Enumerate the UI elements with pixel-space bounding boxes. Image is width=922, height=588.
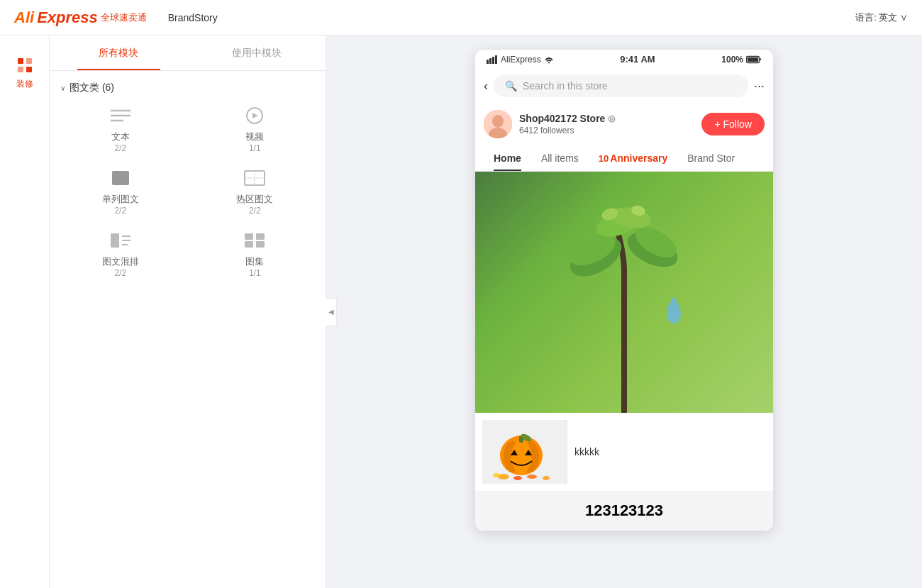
decor-icon — [15, 55, 35, 75]
header: AliExpress 全球速卖通 BrandStory 语言: 英文 ∨ — [0, 0, 922, 35]
nav-tab-anniversary[interactable]: 10Anniversary — [589, 145, 677, 171]
store-header: Shop402172 Store ◎ 6412 followers + Foll… — [475, 103, 773, 145]
logo-express: Express — [37, 9, 98, 27]
language-selector[interactable]: 语言: 英文 ∨ — [855, 11, 908, 24]
svg-rect-0 — [18, 58, 23, 64]
hero-image — [475, 172, 773, 413]
svg-rect-24 — [495, 55, 497, 64]
bottom-number: 123123123 — [475, 491, 773, 531]
category-title: 图文类 (6) — [70, 82, 114, 94]
text-icon — [106, 105, 135, 126]
module-single-col-count: 2/2 — [114, 206, 126, 216]
store-info: Shop402172 Store ◎ 6412 followers — [519, 113, 694, 135]
nav-tab-home[interactable]: Home — [484, 145, 531, 171]
header-brand: BrandStory — [168, 12, 218, 23]
module-single-col[interactable]: 单列图文 2/2 — [60, 167, 181, 216]
pumpkin-image — [482, 420, 567, 484]
preview-area: AliExpress 9:41 AM 100% — [326, 35, 922, 588]
module-hotzone-count: 2/2 — [249, 206, 261, 216]
sidebar-item-decor[interactable]: 装修 — [9, 50, 40, 96]
avatar-image — [484, 110, 512, 138]
svg-marker-8 — [252, 113, 258, 118]
svg-rect-22 — [489, 58, 491, 64]
svg-rect-3 — [26, 67, 32, 72]
svg-rect-19 — [245, 241, 253, 248]
status-battery: 100% — [721, 55, 762, 65]
store-nav: Home All items 10Anniversary Brand Stor — [475, 145, 773, 172]
search-back-button[interactable]: ‹ — [484, 79, 488, 94]
svg-point-42 — [493, 473, 500, 477]
bottom-content: kkkkk — [475, 413, 773, 491]
module-hotzone[interactable]: 热区图文 2/2 — [195, 167, 316, 216]
phone-search-bar: ‹ 🔍 Search in this store ··· — [475, 69, 773, 103]
store-followers: 6412 followers — [519, 126, 694, 135]
panel-content: ∨ 图文类 (6) 文本 2/2 — [50, 71, 326, 588]
main-layout: 装修 所有模块 使用中模块 ∨ 图文类 (6) — [0, 35, 922, 588]
sidebar-label: 装修 — [16, 78, 33, 90]
tab-active-modules[interactable]: 使用中模块 — [188, 35, 326, 70]
sidebar: 装修 — [0, 35, 50, 588]
store-avatar — [484, 110, 512, 138]
verified-icon: ◎ — [608, 113, 615, 123]
panel-tabs: 所有模块 使用中模块 — [50, 35, 326, 71]
panel-toggle[interactable]: ◀ — [326, 298, 337, 326]
module-video-label: 视频 — [245, 131, 264, 143]
module-gallery-label: 图集 — [245, 255, 264, 268]
svg-rect-27 — [748, 57, 758, 62]
logo: AliExpress 全球速卖通 — [14, 9, 147, 27]
module-text-count: 2/2 — [114, 143, 126, 153]
module-mixed-label: 图文混排 — [102, 255, 139, 268]
anniversary-badge: 10 — [599, 153, 609, 164]
status-signal: AliExpress — [487, 55, 554, 65]
svg-rect-9 — [112, 171, 129, 185]
svg-point-43 — [527, 475, 537, 479]
mixed-icon — [106, 230, 135, 251]
svg-rect-21 — [487, 60, 489, 64]
phone-status-bar: AliExpress 9:41 AM 100% — [475, 50, 773, 69]
category-header[interactable]: ∨ 图文类 (6) — [60, 82, 315, 94]
nav-tab-all-items[interactable]: All items — [531, 145, 589, 171]
single-col-icon — [106, 167, 135, 189]
logo-subtitle: 全球速卖通 — [101, 11, 147, 24]
chevron-down-icon: ∨ — [60, 84, 65, 92]
module-video-count: 1/1 — [249, 143, 261, 153]
svg-rect-1 — [26, 58, 32, 64]
svg-rect-17 — [245, 233, 253, 240]
nav-tab-brand-story[interactable]: Brand Stor — [677, 145, 745, 171]
module-gallery-count: 1/1 — [249, 268, 261, 278]
module-video[interactable]: 视频 1/1 — [195, 105, 316, 153]
follow-button[interactable]: + Follow — [701, 113, 765, 135]
search-icon: 🔍 — [505, 80, 517, 91]
status-carrier: AliExpress — [501, 55, 541, 65]
svg-point-44 — [543, 476, 550, 480]
svg-rect-2 — [18, 67, 23, 72]
svg-point-48 — [511, 440, 531, 474]
search-placeholder-text: Search in this store — [523, 80, 608, 91]
module-mixed[interactable]: 图文混排 2/2 — [60, 230, 181, 278]
module-text-label: 文本 — [111, 131, 130, 143]
tab-all-modules[interactable]: 所有模块 — [50, 35, 188, 70]
svg-point-25 — [548, 62, 550, 63]
logo-ali: Ali — [14, 9, 34, 27]
video-icon — [240, 105, 269, 126]
module-single-col-label: 单列图文 — [102, 193, 139, 206]
status-time: 9:41 AM — [620, 54, 655, 65]
phone-mockup: AliExpress 9:41 AM 100% — [475, 50, 773, 531]
search-more-button[interactable]: ··· — [754, 79, 765, 94]
svg-point-29 — [492, 115, 504, 128]
modules-grid: 文本 2/2 视频 1/1 — [60, 105, 315, 278]
bottom-text: kkkkk — [574, 446, 766, 457]
search-input[interactable]: 🔍 Search in this store — [494, 74, 748, 97]
svg-rect-18 — [256, 233, 265, 240]
gallery-icon — [240, 230, 269, 251]
module-hotzone-label: 热区图文 — [236, 193, 273, 206]
module-text[interactable]: 文本 2/2 — [60, 105, 181, 153]
store-name: Shop402172 Store ◎ — [519, 113, 694, 124]
svg-point-41 — [513, 476, 522, 480]
svg-rect-23 — [492, 57, 494, 64]
module-gallery[interactable]: 图集 1/1 — [195, 230, 316, 278]
svg-rect-13 — [111, 233, 119, 248]
hero-plant-image — [553, 186, 695, 413]
hotzone-icon — [240, 167, 269, 189]
svg-rect-20 — [256, 241, 265, 248]
